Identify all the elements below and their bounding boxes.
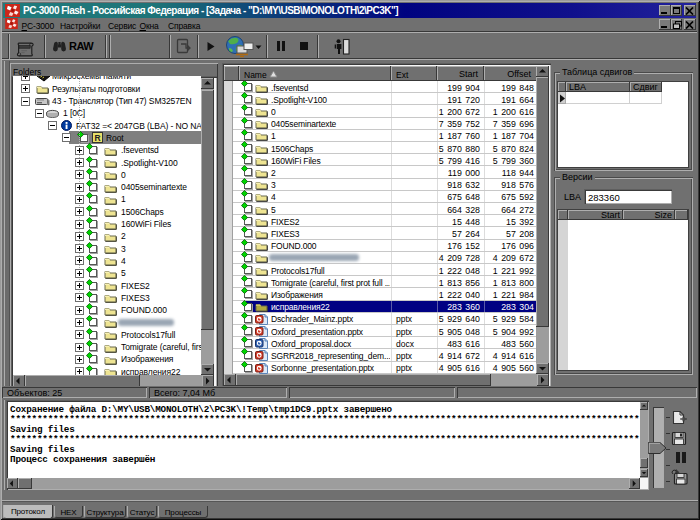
svg-text:R: R: [94, 133, 100, 143]
